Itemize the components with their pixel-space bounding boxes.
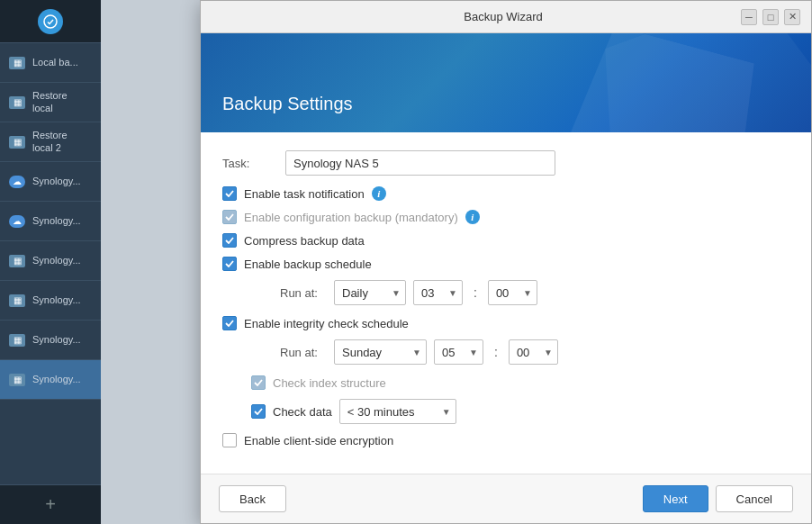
dialog-banner: Backup Settings [201, 33, 811, 132]
integrity-day-select[interactable]: Sunday Monday Tuesday Wednesday Thursday… [334, 339, 427, 365]
sidebar-item-label: Restorelocal [32, 90, 68, 113]
enable-config-backup-label: Enable configuration backup (mandatory) [244, 211, 458, 224]
task-input[interactable] [285, 150, 555, 176]
backup-wizard-dialog: Backup Wizard ─ □ ✕ Backup Settings Task… [200, 0, 812, 524]
hdd-icon: ▦ [9, 57, 25, 69]
sidebar-item-label: Synology... [32, 294, 81, 306]
cloud-icon: ☁ [9, 176, 25, 188]
hdd-icon: ▦ [9, 374, 25, 386]
sidebar-items-list: ▦ Local ba... ▦ Restorelocal ▦ Restorelo… [0, 43, 101, 484]
sidebar-item-synology-2[interactable]: ☁ Synology... [0, 202, 101, 241]
dialog-footer: Back Next Cancel [201, 474, 811, 523]
backup-frequency-select[interactable]: Daily Weekly Monthly [334, 280, 406, 305]
backup-minute-select[interactable]: 00 15 30 45 [488, 280, 537, 305]
hdd-icon: ▦ [9, 294, 25, 307]
compress-backup-label: Compress backup data [244, 234, 365, 248]
sidebar: ▦ Local ba... ▦ Restorelocal ▦ Restorelo… [0, 0, 101, 524]
colon-sep-1: : [474, 285, 477, 300]
sidebar-item-label: Synology... [32, 215, 81, 227]
backup-hour-select[interactable]: 03 [413, 280, 463, 305]
backup-run-at-label: Run at: [280, 286, 323, 300]
next-button[interactable]: Next [643, 485, 708, 512]
enable-client-encryption-row: Enable client-side encryption [222, 433, 789, 447]
maximize-button[interactable]: □ [762, 9, 779, 25]
sidebar-item-synology-4[interactable]: ▦ Synology... [0, 281, 101, 321]
enable-backup-schedule-row: Enable backup schedule [222, 257, 789, 271]
enable-backup-schedule-label: Enable backup schedule [244, 257, 372, 271]
enable-integrity-check-row: Enable integrity check schedule [222, 316, 789, 330]
backup-minute-wrapper: 00 15 30 45 ▼ [488, 280, 537, 305]
enable-task-notification-checkbox[interactable] [222, 186, 237, 201]
sidebar-header [0, 0, 101, 43]
sidebar-item-restore-1[interactable]: ▦ Restorelocal [0, 83, 101, 122]
task-label: Task: [222, 157, 276, 170]
hdd-icon: ▦ [9, 96, 25, 109]
enable-client-encryption-label: Enable client-side encryption [244, 434, 393, 447]
enable-integrity-check-label: Enable integrity check schedule [244, 317, 409, 330]
enable-backup-schedule-checkbox[interactable] [222, 257, 237, 271]
footer-right-buttons: Next Cancel [643, 485, 793, 512]
task-notification-info-icon[interactable]: i [372, 186, 386, 201]
check-index-structure-row: Check index structure [222, 375, 789, 390]
sidebar-item-label: Synology... [32, 255, 81, 267]
enable-client-encryption-checkbox[interactable] [222, 433, 237, 447]
integrity-schedule-run-at-row: Run at: Sunday Monday Tuesday Wednesday … [222, 339, 789, 365]
dialog-content: Task: Enable task notification i Enable … [201, 132, 811, 474]
cloud-icon: ☁ [9, 215, 25, 228]
sidebar-item-label: Synology... [32, 176, 81, 187]
backup-hour-wrapper: 03 ▼ [413, 280, 463, 305]
cancel-button[interactable]: Cancel [716, 485, 793, 512]
integrity-hour-select[interactable]: 05 [434, 339, 483, 365]
sidebar-item-label: Local ba... [32, 57, 78, 68]
check-data-row: Check data < 30 minutes < 1 hour < 2 hou… [222, 399, 789, 424]
add-item-button[interactable]: + [0, 484, 101, 524]
integrity-hour-wrapper: 05 ▼ [434, 339, 483, 365]
backup-schedule-run-at-row: Run at: Daily Weekly Monthly ▼ 03 ▼ : [222, 280, 789, 305]
sidebar-item-synology-1[interactable]: ☁ Synology... [0, 162, 101, 202]
sidebar-item-synology-5[interactable]: ▦ Synology... [0, 321, 101, 360]
sidebar-item-synology-3[interactable]: ▦ Synology... [0, 241, 101, 281]
enable-task-notification-row: Enable task notification i [222, 186, 789, 201]
hdd-icon: ▦ [9, 136, 25, 149]
enable-integrity-check-checkbox[interactable] [222, 316, 237, 330]
minimize-button[interactable]: ─ [741, 9, 757, 25]
enable-config-backup-checkbox[interactable] [222, 210, 237, 224]
back-button[interactable]: Back [219, 485, 286, 512]
check-data-duration-select[interactable]: < 30 minutes < 1 hour < 2 hours < 4 hour… [339, 399, 456, 424]
check-data-label: Check data [273, 405, 332, 419]
svg-point-0 [44, 15, 57, 28]
compress-backup-checkbox[interactable] [222, 233, 237, 248]
dialog-title: Backup Wizard [266, 10, 741, 23]
compress-backup-row: Compress backup data [222, 233, 789, 248]
integrity-minute-wrapper: 00 15 30 45 ▼ [509, 339, 558, 365]
enable-task-notification-label: Enable task notification [244, 187, 365, 201]
integrity-day-wrapper: Sunday Monday Tuesday Wednesday Thursday… [334, 339, 427, 365]
task-row: Task: [222, 150, 789, 176]
check-index-structure-label: Check index structure [273, 376, 386, 390]
banner-title: Backup Settings [222, 94, 353, 114]
sidebar-item-label: Synology... [32, 334, 81, 346]
app-icon [38, 9, 63, 34]
integrity-run-at-label: Run at: [280, 346, 323, 359]
backup-frequency-wrapper: Daily Weekly Monthly ▼ [334, 280, 406, 305]
check-data-checkbox[interactable] [251, 404, 266, 419]
dialog-controls: ─ □ ✕ [741, 9, 800, 25]
hdd-icon: ▦ [9, 255, 25, 267]
sidebar-item-label: Synology... [32, 374, 81, 385]
close-button[interactable]: ✕ [784, 9, 800, 25]
sidebar-item-restore-2[interactable]: ▦ Restorelocal 2 [0, 122, 101, 162]
colon-sep-2: : [494, 345, 498, 359]
enable-config-backup-row: Enable configuration backup (mandatory) … [222, 210, 789, 224]
dialog-titlebar: Backup Wizard ─ □ ✕ [201, 1, 811, 33]
integrity-minute-select[interactable]: 00 15 30 45 [509, 339, 558, 365]
main-area: scheduled ... Backup Wizard ─ □ ✕ Backup… [101, 0, 812, 524]
sidebar-item-label: Restorelocal 2 [32, 130, 68, 153]
sidebar-item-local-backup-1[interactable]: ▦ Local ba... [0, 43, 101, 83]
sidebar-item-synology-6[interactable]: ▦ Synology... [0, 360, 101, 400]
check-index-structure-checkbox[interactable] [251, 375, 266, 390]
check-data-duration-wrapper: < 30 minutes < 1 hour < 2 hours < 4 hour… [339, 399, 456, 424]
hdd-icon: ▦ [9, 334, 25, 347]
config-backup-info-icon[interactable]: i [465, 210, 480, 224]
